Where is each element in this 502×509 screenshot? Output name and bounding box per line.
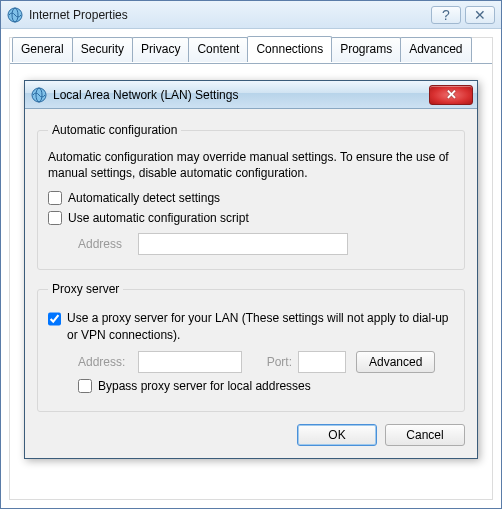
cancel-button[interactable]: Cancel: [385, 424, 465, 446]
internet-icon: [31, 87, 47, 103]
script-address-label: Address: [78, 237, 138, 251]
use-proxy-checkbox[interactable]: [48, 312, 61, 326]
proxy-address-row: Address: Port: Advanced: [78, 351, 454, 373]
use-proxy-row: Use a proxy server for your LAN (These s…: [48, 310, 454, 342]
script-address-input[interactable]: [138, 233, 348, 255]
lan-settings-dialog: Local Area Network (LAN) Settings ✕ Auto…: [24, 80, 478, 459]
auto-detect-label: Automatically detect settings: [68, 191, 220, 205]
use-script-label: Use automatic configuration script: [68, 211, 249, 225]
close-parent-button[interactable]: ✕: [465, 6, 495, 24]
close-dialog-button[interactable]: ✕: [429, 85, 473, 105]
proxy-server-group: Proxy server Use a proxy server for your…: [37, 282, 465, 411]
auto-detect-checkbox[interactable]: [48, 191, 62, 205]
automatic-configuration-group: Automatic configuration Automatic config…: [37, 123, 465, 270]
dialog-titlebar: Local Area Network (LAN) Settings ✕: [25, 81, 477, 109]
advanced-button[interactable]: Advanced: [356, 351, 435, 373]
tab-panel: [10, 63, 492, 64]
tab-advanced[interactable]: Advanced: [400, 37, 471, 62]
ok-button[interactable]: OK: [297, 424, 377, 446]
auto-detect-row: Automatically detect settings: [48, 191, 454, 205]
use-proxy-label: Use a proxy server for your LAN (These s…: [67, 310, 454, 342]
help-button[interactable]: ?: [431, 6, 461, 24]
proxy-address-input[interactable]: [138, 351, 242, 373]
auto-config-legend: Automatic configuration: [48, 123, 181, 137]
use-script-checkbox[interactable]: [48, 211, 62, 225]
tab-security[interactable]: Security: [72, 37, 133, 62]
proxy-port-label: Port:: [252, 355, 292, 369]
parent-window-title: Internet Properties: [29, 8, 431, 22]
parent-titlebar: Internet Properties ? ✕: [1, 1, 501, 29]
tab-content[interactable]: Content: [188, 37, 248, 62]
tab-general[interactable]: General: [12, 37, 73, 62]
close-icon: ✕: [446, 87, 457, 102]
bypass-row: Bypass proxy server for local addresses: [78, 379, 454, 393]
dialog-footer: OK Cancel: [37, 424, 465, 446]
internet-icon: [7, 7, 23, 23]
parent-window-buttons: ? ✕: [431, 6, 495, 24]
dialog-title: Local Area Network (LAN) Settings: [53, 88, 429, 102]
bypass-checkbox[interactable]: [78, 379, 92, 393]
tab-connections[interactable]: Connections: [247, 36, 332, 61]
tab-programs[interactable]: Programs: [331, 37, 401, 62]
tab-privacy[interactable]: Privacy: [132, 37, 189, 62]
auto-config-description: Automatic configuration may override man…: [48, 149, 454, 181]
tab-strip: General Security Privacy Content Connect…: [12, 37, 492, 62]
use-script-row: Use automatic configuration script: [48, 211, 454, 225]
bypass-label: Bypass proxy server for local addresses: [98, 379, 311, 393]
script-address-row: Address: [78, 233, 454, 255]
proxy-address-label: Address:: [78, 355, 138, 369]
proxy-legend: Proxy server: [48, 282, 123, 296]
proxy-port-input[interactable]: [298, 351, 346, 373]
dialog-body: Automatic configuration Automatic config…: [25, 109, 477, 458]
